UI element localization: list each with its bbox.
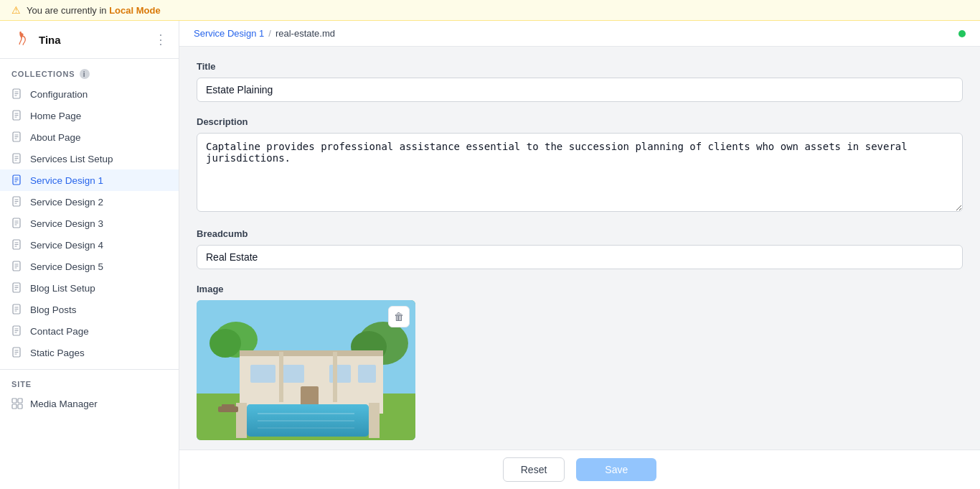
sidebar-item-service-design-3[interactable]: Service Design 3: [0, 213, 179, 234]
breadcumb-label: Breadcumb: [197, 228, 963, 239]
doc-icon: [11, 88, 23, 100]
sidebar-item-blog-posts[interactable]: Blog Posts: [0, 299, 179, 320]
brand: Tina: [11, 29, 61, 50]
svg-rect-53: [12, 399, 17, 403]
sidebar-item-blog-list-setup[interactable]: Blog List Setup: [0, 277, 179, 299]
breadcrumb-nav: Service Design 1 / real-estate.md: [194, 28, 335, 39]
svg-rect-80: [333, 352, 337, 402]
svg-rect-67: [329, 365, 351, 383]
brand-name: Tina: [39, 34, 61, 46]
sidebar-site-list: Media Manager: [0, 393, 179, 414]
local-mode-banner: ⚠ You are currently in Local Mode: [0, 0, 980, 21]
status-dot-green: [958, 30, 966, 37]
description-textarea[interactable]: Captaline provides professional assistan…: [197, 133, 963, 212]
doc-icon: [11, 282, 23, 294]
image-section: Image: [197, 284, 963, 442]
title-label: Title: [197, 61, 963, 72]
sidebar-site-item-label: Media Manager: [30, 399, 98, 409]
breadcrumb-parent-link[interactable]: Service Design 1: [194, 28, 264, 39]
image-container: 🗑: [197, 300, 415, 440]
sidebar-item-label: Service Design 1: [30, 175, 103, 186]
title-input[interactable]: [197, 78, 963, 102]
doc-icon: [11, 153, 23, 164]
sidebar-item-label: Service Design 5: [30, 261, 103, 272]
svg-rect-76: [369, 403, 380, 438]
sidebar-item-label: About Page: [30, 132, 81, 143]
sidebar-item-service-design-2[interactable]: Service Design 2: [0, 191, 179, 213]
breadcrumb-current: real-estate.md: [275, 28, 335, 39]
warning-icon: ⚠: [11, 4, 21, 16]
reset-button[interactable]: Reset: [503, 457, 565, 482]
sidebar-item-configuration[interactable]: Configuration: [0, 83, 179, 105]
sidebar-item-label: Blog List Setup: [30, 283, 95, 294]
sidebar-item-home-page[interactable]: Home Page: [0, 105, 179, 126]
sidebar-item-service-design-1[interactable]: Service Design 1: [0, 169, 179, 191]
sidebar-item-label: Home Page: [30, 111, 81, 121]
sidebar-item-label: Service Design 2: [30, 197, 103, 208]
sidebar-item-label: Contact Page: [30, 326, 89, 337]
breadcumb-input[interactable]: [197, 245, 963, 269]
svg-rect-78: [222, 404, 235, 409]
banner-text: You are currently in Local Mode: [27, 5, 161, 16]
sidebar: Tina ⋮ COLLECTIONS i Configuration: [0, 21, 179, 489]
sidebar-item-label: Blog Posts: [30, 304, 77, 315]
main-content: Service Design 1 / real-estate.md Title …: [179, 21, 980, 489]
llama-logo-icon: [11, 29, 32, 50]
doc-icon: [11, 261, 23, 272]
sidebar-item-contact-page[interactable]: Contact Page: [0, 320, 179, 342]
sidebar-item-label: Service Design 3: [30, 218, 103, 229]
breadcrumb-separator: /: [268, 28, 271, 39]
doc-icon: [11, 218, 23, 229]
collections-section-label: COLLECTIONS i: [0, 59, 179, 83]
breadcrumb-bar: Service Design 1 / real-estate.md: [179, 21, 980, 47]
form-area: Title Description Captaline provides pro…: [179, 47, 980, 450]
sidebar-item-about-page[interactable]: About Page: [0, 126, 179, 148]
doc-icon: [11, 110, 23, 121]
sidebar-item-label: Static Pages: [30, 348, 85, 358]
site-section-label: SITE: [0, 369, 179, 393]
description-field: Description Captaline provides professio…: [197, 116, 963, 214]
doc-icon: [11, 239, 23, 251]
doc-icon: [11, 347, 23, 358]
svg-rect-63: [240, 350, 383, 356]
save-button[interactable]: Save: [576, 458, 656, 481]
sidebar-menu-icon[interactable]: ⋮: [154, 32, 167, 47]
breadcumb-field: Breadcumb: [197, 228, 963, 269]
sidebar-item-label: Services List Setup: [30, 154, 113, 164]
svg-rect-54: [18, 399, 22, 403]
collections-info-icon[interactable]: i: [80, 69, 90, 79]
svg-point-0: [19, 32, 22, 34]
doc-icon: [11, 131, 23, 143]
doc-icon: [11, 174, 23, 186]
delete-image-button[interactable]: 🗑: [388, 306, 410, 327]
sidebar-item-label: Configuration: [30, 89, 88, 100]
sidebar-header: Tina ⋮: [0, 21, 179, 59]
sidebar-item-services-list-setup[interactable]: Services List Setup: [0, 148, 179, 169]
sidebar-item-label: Service Design 4: [30, 240, 103, 251]
sidebar-item-media-manager[interactable]: Media Manager: [0, 393, 179, 414]
bottom-toolbar: Reset Save: [179, 450, 980, 489]
svg-rect-65: [250, 365, 275, 383]
svg-rect-56: [18, 404, 22, 409]
title-field: Title: [197, 61, 963, 102]
sidebar-item-service-design-5[interactable]: Service Design 5: [0, 256, 179, 277]
svg-point-61: [209, 329, 241, 358]
sidebar-item-static-pages[interactable]: Static Pages: [0, 342, 179, 363]
doc-icon: [11, 304, 23, 315]
doc-icon: [11, 325, 23, 337]
svg-rect-55: [12, 404, 17, 409]
grid-icon: [11, 398, 23, 409]
doc-icon: [11, 196, 23, 208]
description-label: Description: [197, 116, 963, 127]
svg-rect-79: [279, 352, 283, 402]
svg-rect-66: [283, 365, 304, 383]
image-label: Image: [197, 284, 963, 294]
sidebar-collections-list: Configuration Home Page About Page: [0, 83, 179, 363]
property-image-svg: [197, 300, 415, 440]
sidebar-item-service-design-4[interactable]: Service Design 4: [0, 234, 179, 256]
svg-rect-68: [358, 365, 376, 383]
image-preview: [197, 300, 415, 440]
